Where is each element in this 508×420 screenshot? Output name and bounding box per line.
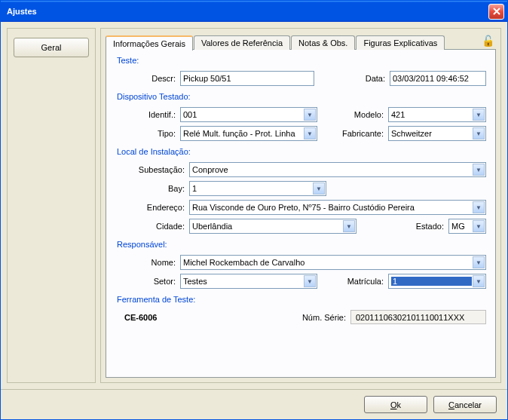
label-nome: Nome:	[130, 258, 176, 267]
tab-content: Teste: Descr: Data: Dispositivo Testado:	[106, 49, 496, 378]
group-title-dispositivo: Dispositivo Testado:	[115, 92, 486, 101]
group-local: Local de Instalação: Subestação: Conprov…	[115, 147, 486, 234]
ok-button[interactable]: Ok	[364, 396, 427, 413]
chevron-down-icon: ▼	[304, 109, 316, 121]
label-numserie: Núm. Série:	[302, 313, 346, 322]
serial-display: 02011106302101110011XXX	[350, 310, 486, 324]
label-subestacao: Subestação:	[130, 165, 185, 174]
left-panel: Geral	[7, 28, 96, 383]
label-modelo: Modelo:	[354, 110, 384, 119]
fabricante-combo[interactable]: Schweitzer▼	[388, 126, 486, 141]
chevron-down-icon: ▼	[473, 201, 485, 213]
label-data: Data:	[366, 74, 385, 83]
chevron-down-icon: ▼	[343, 220, 355, 232]
chevron-down-icon: ▼	[473, 164, 485, 176]
label-tipo: Tipo:	[130, 129, 176, 138]
group-dispositivo: Dispositivo Testado: Identif.: 001▼ Mode…	[115, 92, 486, 141]
chevron-down-icon: ▼	[473, 109, 485, 121]
tab-informacoes-gerais[interactable]: Informações Gerais	[106, 35, 193, 51]
label-bay: Bay:	[130, 184, 185, 193]
chevron-down-icon: ▼	[473, 275, 485, 287]
right-panel: Informações Gerais Valores de Referência…	[100, 28, 501, 383]
descr-input[interactable]	[180, 71, 314, 86]
label-identif: Identif.:	[130, 110, 176, 119]
group-responsavel: Responsável: Nome: Michel Rockembach de …	[115, 240, 486, 289]
group-title-teste: Teste:	[115, 56, 486, 65]
identif-combo[interactable]: 001▼	[180, 107, 317, 122]
setor-combo[interactable]: Testes▼	[180, 274, 317, 289]
cidade-combo[interactable]: Uberlândia▼	[189, 219, 357, 234]
tab-strip: Informações Gerais Valores de Referência…	[106, 33, 496, 50]
tab-figuras-explicativas[interactable]: Figuras Explicativas	[356, 35, 445, 50]
titlebar: Ajustes	[1, 1, 507, 22]
chevron-down-icon: ▼	[313, 182, 325, 195]
window: Ajustes Geral Informações Gerais Valores…	[0, 0, 508, 420]
endereco-combo[interactable]: Rua Visconde de Ouro Preto, Nº75 - Bairr…	[189, 200, 486, 215]
label-matricula: Matrícula:	[347, 277, 384, 286]
label-endereco: Endereço:	[130, 203, 185, 212]
nome-combo[interactable]: Michel Rockembach de Carvalho▼	[180, 255, 486, 270]
chevron-down-icon: ▼	[473, 256, 485, 268]
group-teste: Teste: Descr: Data:	[115, 56, 486, 86]
chevron-down-icon: ▼	[304, 127, 316, 139]
data-input	[390, 71, 486, 86]
bay-combo[interactable]: 1▼	[189, 181, 326, 196]
tipo-combo[interactable]: Relé Mult. função - Prot. Linha▼	[180, 126, 317, 141]
geral-button[interactable]: Geral	[14, 38, 89, 57]
matricula-combo[interactable]: 1▼	[388, 274, 486, 289]
tab-valores-referencia[interactable]: Valores de Referência	[194, 35, 290, 50]
close-icon	[493, 8, 500, 15]
chevron-down-icon: ▼	[473, 220, 485, 232]
cancel-button[interactable]: Cancelar	[433, 396, 497, 413]
label-fabricante: Fabricante:	[342, 129, 384, 138]
footer: Ok Cancelar	[1, 389, 507, 419]
group-title-local: Local de Instalação:	[115, 147, 486, 156]
group-ferramenta: Ferramenta de Teste: CE-6006 Núm. Série:…	[115, 295, 486, 324]
modelo-combo[interactable]: 421▼	[388, 107, 486, 122]
estado-combo[interactable]: MG▼	[448, 219, 486, 234]
label-setor: Setor:	[130, 277, 176, 286]
chevron-down-icon: ▼	[473, 127, 485, 139]
close-button[interactable]	[488, 4, 504, 20]
label-estado: Estado:	[416, 222, 444, 231]
group-title-responsavel: Responsável:	[115, 240, 486, 249]
window-title: Ajustes	[7, 7, 488, 16]
tool-name: CE-6006	[124, 313, 157, 322]
label-descr: Descr:	[130, 74, 176, 83]
tab-notas-obs[interactable]: Notas & Obs.	[291, 35, 355, 50]
label-cidade: Cidade:	[130, 222, 185, 231]
subestacao-combo[interactable]: Conprove▼	[189, 162, 486, 177]
body: Geral Informações Gerais Valores de Refe…	[1, 22, 507, 389]
chevron-down-icon: ▼	[304, 275, 316, 287]
lock-icon[interactable]: 🔓	[482, 35, 494, 47]
group-title-ferramenta: Ferramenta de Teste:	[115, 295, 486, 304]
